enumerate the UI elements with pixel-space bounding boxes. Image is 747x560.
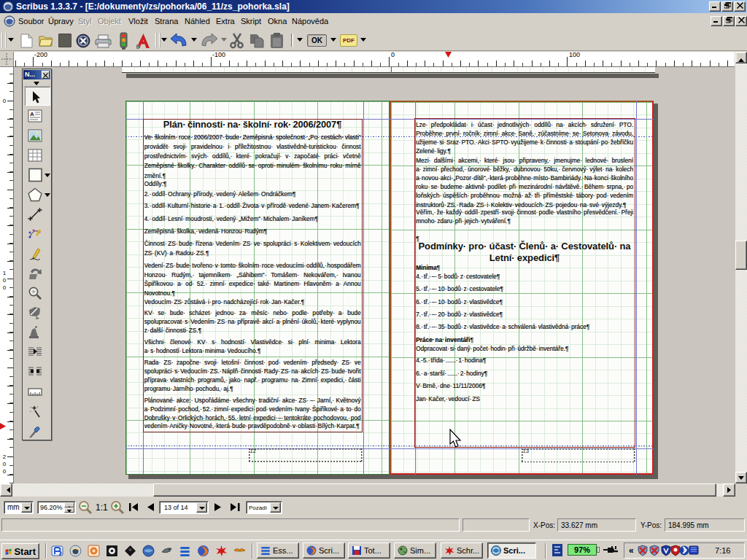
svg-text:A: A (30, 111, 34, 117)
